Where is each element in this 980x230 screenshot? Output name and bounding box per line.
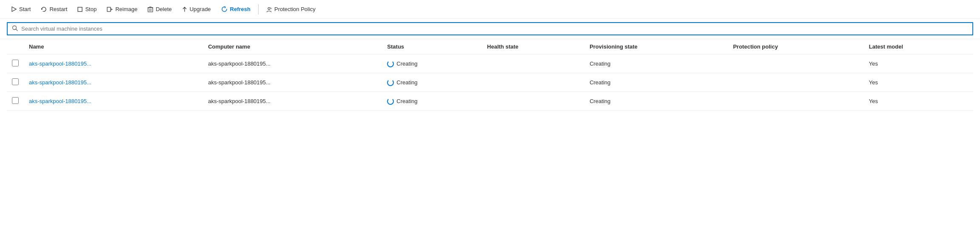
col-health-state: Health state — [482, 39, 584, 55]
row-computer-name-cell: aks-sparkpool-1880195... — [203, 73, 382, 92]
col-latest-model: Latest model — [864, 39, 973, 55]
table-row: aks-sparkpool-1880195... aks-sparkpool-1… — [7, 73, 973, 92]
delete-icon — [148, 6, 153, 12]
restart-icon — [41, 6, 47, 12]
search-box — [7, 22, 973, 35]
row-name-link-0[interactable]: aks-sparkpool-1880195... — [29, 60, 91, 67]
row-latest-model-1: Yes — [869, 79, 878, 86]
svg-rect-1 — [78, 7, 82, 12]
search-input[interactable] — [21, 26, 968, 32]
table-row: aks-sparkpool-1880195... aks-sparkpool-1… — [7, 55, 973, 73]
stop-label: Stop — [85, 6, 97, 12]
row-name-link-1[interactable]: aks-sparkpool-1880195... — [29, 79, 91, 86]
refresh-button[interactable]: Refresh — [217, 3, 255, 15]
row-protection-policy-cell — [728, 92, 863, 111]
row-status-text-1: Creating — [396, 79, 417, 86]
svg-marker-0 — [12, 7, 16, 12]
reimage-label: Reimage — [115, 6, 137, 12]
start-label: Start — [19, 6, 31, 12]
svg-line-10 — [271, 8, 272, 9]
creating-spinner-icon-0 — [387, 60, 394, 67]
toolbar-divider — [258, 4, 259, 14]
row-checkbox-cell — [7, 73, 24, 92]
col-checkbox — [7, 39, 24, 55]
row-provisioning-state-cell: Creating — [584, 92, 728, 111]
delete-button[interactable]: Delete — [143, 3, 176, 15]
col-protection-policy: Protection policy — [728, 39, 863, 55]
refresh-label: Refresh — [230, 6, 251, 12]
row-name-cell: aks-sparkpool-1880195... — [24, 73, 203, 92]
row-checkbox-2[interactable] — [12, 97, 19, 104]
col-computer-name: Computer name — [203, 39, 382, 55]
row-computer-name-0: aks-sparkpool-1880195... — [208, 60, 271, 67]
protection-policy-icon — [266, 6, 272, 12]
row-provisioning-state-0: Creating — [590, 60, 610, 67]
vm-instances-table: Name Computer name Status Health state P… — [7, 39, 973, 111]
refresh-icon — [221, 6, 228, 12]
upgrade-icon — [182, 6, 187, 12]
row-name-cell: aks-sparkpool-1880195... — [24, 92, 203, 111]
row-checkbox-1[interactable] — [12, 78, 19, 85]
row-protection-policy-cell — [728, 55, 863, 73]
col-provisioning-state: Provisioning state — [584, 39, 728, 55]
table-header-row: Name Computer name Status Health state P… — [7, 39, 973, 55]
table-container: Name Computer name Status Health state P… — [0, 39, 980, 111]
restart-button[interactable]: Restart — [37, 3, 71, 15]
row-provisioning-state-cell: Creating — [584, 55, 728, 73]
search-container — [0, 19, 980, 39]
row-latest-model-cell: Yes — [864, 73, 973, 92]
row-status-text-0: Creating — [396, 60, 417, 67]
stop-icon — [77, 7, 83, 12]
creating-spinner-icon-1 — [387, 79, 394, 86]
row-checkbox-0[interactable] — [12, 60, 19, 66]
row-health-state-cell — [482, 73, 584, 92]
row-checkbox-cell — [7, 92, 24, 111]
row-status-cell: Creating — [382, 55, 482, 73]
col-status: Status — [382, 39, 482, 55]
row-status-text-2: Creating — [396, 98, 417, 104]
creating-spinner-icon-2 — [387, 98, 394, 105]
svg-point-9 — [268, 7, 270, 9]
row-name-link-2[interactable]: aks-sparkpool-1880195... — [29, 98, 91, 104]
row-name-cell: aks-sparkpool-1880195... — [24, 55, 203, 73]
row-computer-name-1: aks-sparkpool-1880195... — [208, 79, 271, 86]
row-status-cell: Creating — [382, 92, 482, 111]
delete-label: Delete — [156, 6, 172, 12]
row-latest-model-cell: Yes — [864, 55, 973, 73]
row-computer-name-cell: aks-sparkpool-1880195... — [203, 92, 382, 111]
protection-policy-label: Protection Policy — [274, 6, 316, 12]
row-checkbox-cell — [7, 55, 24, 73]
reimage-button[interactable]: Reimage — [103, 3, 142, 15]
reimage-icon — [107, 6, 113, 12]
row-protection-policy-cell — [728, 73, 863, 92]
svg-rect-2 — [107, 7, 111, 12]
row-health-state-cell — [482, 92, 584, 111]
start-icon — [11, 6, 17, 12]
stop-button[interactable]: Stop — [73, 3, 101, 15]
row-computer-name-cell: aks-sparkpool-1880195... — [203, 55, 382, 73]
restart-label: Restart — [49, 6, 67, 12]
row-latest-model-0: Yes — [869, 60, 878, 67]
upgrade-label: Upgrade — [190, 6, 211, 12]
svg-rect-3 — [148, 8, 153, 12]
row-health-state-cell — [482, 55, 584, 73]
row-computer-name-2: aks-sparkpool-1880195... — [208, 98, 271, 104]
table-row: aks-sparkpool-1880195... aks-sparkpool-1… — [7, 92, 973, 111]
search-icon — [12, 25, 18, 32]
row-status-cell: Creating — [382, 73, 482, 92]
col-name: Name — [24, 39, 203, 55]
start-button[interactable]: Start — [7, 3, 35, 15]
row-provisioning-state-cell: Creating — [584, 73, 728, 92]
toolbar: Start Restart Stop Reimage — [0, 0, 980, 19]
protection-policy-button[interactable]: Protection Policy — [262, 3, 320, 15]
upgrade-button[interactable]: Upgrade — [178, 3, 215, 15]
row-provisioning-state-1: Creating — [590, 79, 610, 86]
row-latest-model-cell: Yes — [864, 92, 973, 111]
svg-line-12 — [16, 29, 18, 31]
row-provisioning-state-2: Creating — [590, 98, 610, 104]
row-latest-model-2: Yes — [869, 98, 878, 104]
